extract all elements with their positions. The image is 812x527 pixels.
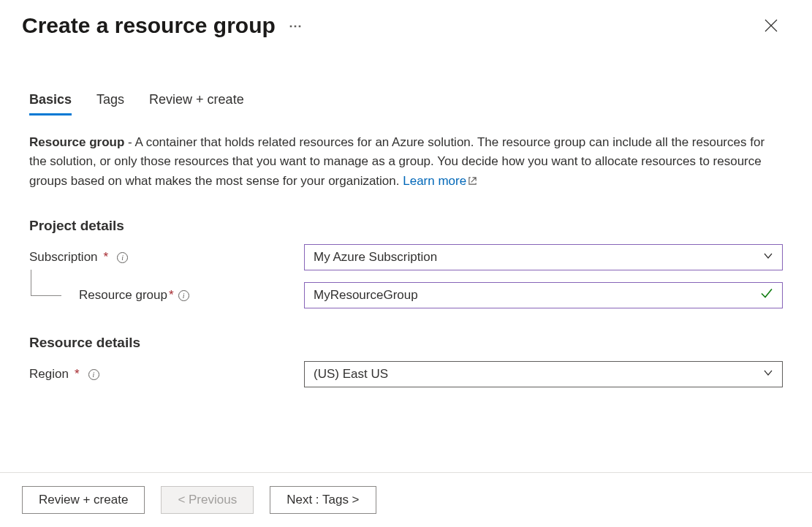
previous-button: < Previous [161,486,254,514]
info-icon[interactable]: i [117,252,128,263]
info-icon[interactable]: i [178,290,189,301]
subscription-value: My Azure Subscription [314,250,437,265]
section-resource-details: Resource details [29,335,783,351]
description-heading: Resource group [29,135,124,149]
next-button[interactable]: Next : Tags > [270,486,376,514]
close-button[interactable] [759,14,783,37]
region-value: (US) East US [314,367,388,382]
page-title: Create a resource group [22,13,276,38]
region-select[interactable]: (US) East US [304,361,783,387]
required-indicator: * [104,250,109,265]
required-indicator: * [75,367,80,382]
description-text: Resource group - A container that holds … [29,133,782,192]
external-link-icon [468,172,477,192]
tree-indent-icon [31,283,67,308]
chevron-down-icon [763,250,773,265]
resource-group-input[interactable]: MyResourceGroup [304,282,783,308]
resource-group-label: Resource group [79,288,167,303]
review-create-button[interactable]: Review + create [22,486,145,514]
section-project-details: Project details [29,218,783,234]
chevron-down-icon [763,367,773,382]
region-label: Region [29,367,69,382]
checkmark-icon [760,287,773,304]
subscription-label: Subscription [29,250,98,265]
tab-basics[interactable]: Basics [29,92,72,115]
learn-more-link[interactable]: Learn more [403,174,477,188]
resource-group-value: MyResourceGroup [314,288,418,303]
subscription-select[interactable]: My Azure Subscription [304,244,783,270]
more-actions-button[interactable]: ⋯ [289,18,303,34]
required-indicator: * [169,288,174,303]
footer-bar: Review + create < Previous Next : Tags > [0,472,812,527]
tab-bar: Basics Tags Review + create [29,92,812,115]
info-icon[interactable]: i [88,369,99,380]
tab-review-create[interactable]: Review + create [149,92,244,115]
tab-tags[interactable]: Tags [96,92,124,115]
close-icon [764,19,778,32]
description-body: - A container that holds related resourc… [29,135,764,188]
